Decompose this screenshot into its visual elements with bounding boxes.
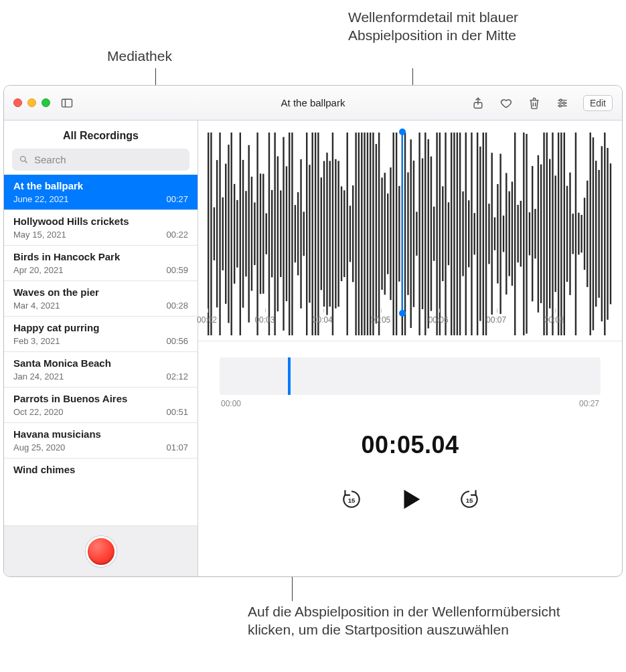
playhead-detail[interactable] (402, 133, 403, 313)
list-item-duration: 02:12 (166, 371, 188, 382)
list-item[interactable]: Waves on the pier Mar 4, 202100:28 (4, 281, 198, 317)
svg-rect-67 (370, 133, 371, 335)
list-item[interactable]: Havana musicians Aug 25, 202001:07 (4, 423, 198, 458)
svg-rect-145 (595, 161, 597, 307)
list-item-date: Apr 20, 2021 (13, 265, 63, 275)
list-item-date: Feb 3, 2021 (13, 336, 60, 346)
list-item-title: Santa Monica Beach (13, 357, 188, 369)
svg-rect-0 (62, 99, 72, 107)
svg-rect-70 (378, 133, 380, 335)
svg-rect-51 (323, 161, 325, 307)
list-item-duration: 00:22 (166, 230, 188, 240)
fullscreen-button[interactable] (42, 98, 50, 107)
search-field[interactable] (12, 149, 189, 171)
list-item-date: Oct 22, 2020 (13, 407, 63, 417)
svg-rect-30 (262, 174, 264, 294)
list-item[interactable]: Happy cat purring Feb 3, 202100:56 (4, 317, 198, 352)
svg-rect-128 (546, 133, 548, 335)
ruler-tick: 00:03 (254, 315, 275, 325)
svg-rect-119 (520, 201, 522, 266)
svg-rect-83 (416, 212, 417, 256)
play-button[interactable] (397, 486, 424, 513)
svg-rect-47 (311, 133, 313, 335)
svg-marker-372 (404, 490, 420, 509)
list-item[interactable]: At the ballpark June 22, 2021 00:27 (4, 175, 198, 210)
list-item-title: Happy cat purring (13, 322, 188, 333)
overview-end-time: 00:27 (579, 399, 599, 408)
list-item-duration: 00:51 (166, 407, 188, 417)
minimize-button[interactable] (27, 98, 36, 107)
time-readout: 00:05.04 (198, 431, 622, 459)
svg-rect-39 (289, 133, 290, 335)
list-item-duration: 00:56 (166, 336, 188, 346)
svg-rect-105 (479, 147, 481, 321)
playhead-overview[interactable] (288, 357, 291, 395)
ruler-tick: 00:04 (313, 315, 333, 325)
svg-rect-115 (509, 191, 510, 276)
svg-rect-63 (358, 133, 360, 335)
svg-rect-141 (584, 197, 585, 270)
svg-rect-120 (523, 133, 524, 335)
svg-rect-143 (590, 133, 591, 335)
close-button[interactable] (13, 98, 22, 107)
svg-rect-81 (410, 139, 412, 328)
trash-icon[interactable] (527, 96, 542, 110)
sidebar-toggle-icon[interactable] (60, 96, 74, 110)
list-item-date: Aug 25, 2020 (13, 442, 65, 452)
svg-rect-62 (355, 133, 356, 335)
settings-sliders-icon[interactable] (555, 96, 570, 110)
list-item[interactable]: Santa Monica Beach Jan 24, 202102:12 (4, 352, 198, 388)
svg-rect-137 (572, 214, 574, 254)
skip-back-15-button[interactable]: 15 (338, 486, 365, 513)
sidebar: All Recordings At the ballpark June 22, … (4, 120, 198, 576)
svg-rect-123 (532, 166, 533, 301)
svg-rect-149 (607, 148, 608, 320)
list-item[interactable]: Birds in Hancock Park Apr 20, 202100:59 (4, 246, 198, 281)
svg-rect-96 (453, 133, 455, 335)
svg-rect-129 (549, 159, 550, 309)
svg-rect-36 (280, 191, 281, 277)
svg-rect-144 (593, 137, 594, 330)
waveform-detail-svg (208, 133, 613, 335)
list-item-duration: 00:28 (166, 301, 188, 311)
svg-rect-140 (580, 215, 582, 252)
svg-rect-124 (534, 209, 536, 258)
svg-rect-121 (526, 134, 527, 333)
ruler-tick: 00:02 (197, 315, 217, 325)
svg-rect-139 (578, 213, 579, 255)
list-item[interactable]: Parrots in Buenos Aires Oct 22, 202000:5… (4, 388, 198, 423)
record-button[interactable] (86, 536, 116, 567)
svg-rect-131 (554, 175, 556, 292)
svg-rect-127 (543, 133, 544, 335)
share-icon[interactable] (471, 96, 485, 110)
search-input[interactable] (33, 153, 183, 166)
svg-text:15: 15 (465, 497, 473, 504)
svg-rect-73 (387, 193, 388, 274)
favorite-icon[interactable] (499, 96, 514, 110)
list-item-title: Waves on the pier (13, 286, 188, 298)
svg-rect-19 (230, 133, 232, 335)
svg-rect-44 (303, 212, 305, 256)
svg-rect-71 (381, 177, 382, 290)
svg-rect-142 (586, 181, 588, 287)
edit-button[interactable]: Edit (583, 95, 613, 111)
playback-controls: 15 15 (198, 486, 622, 513)
waveform-overview[interactable] (220, 357, 601, 395)
svg-rect-25 (248, 145, 250, 323)
skip-forward-15-button[interactable]: 15 (456, 486, 483, 513)
ruler-tick: 00:05 (370, 315, 390, 325)
list-item[interactable]: Hollywood Hills crickets May 15, 202100:… (4, 210, 198, 246)
waveform-detail[interactable]: 00:02 00:03 00:04 00:05 00:06 00:07 00:0… (198, 120, 622, 341)
svg-rect-114 (505, 173, 507, 295)
svg-rect-93 (445, 133, 446, 335)
list-item[interactable]: Wind chimes (4, 458, 198, 481)
list-item-title: At the ballpark (13, 180, 188, 191)
svg-rect-16 (222, 197, 224, 270)
svg-rect-31 (266, 214, 267, 254)
svg-rect-85 (422, 159, 423, 309)
svg-rect-35 (277, 156, 279, 311)
window-title: At the ballpark (281, 97, 345, 108)
svg-rect-106 (483, 133, 484, 335)
app-window: At the ballpark (3, 85, 623, 577)
svg-rect-82 (413, 161, 414, 307)
